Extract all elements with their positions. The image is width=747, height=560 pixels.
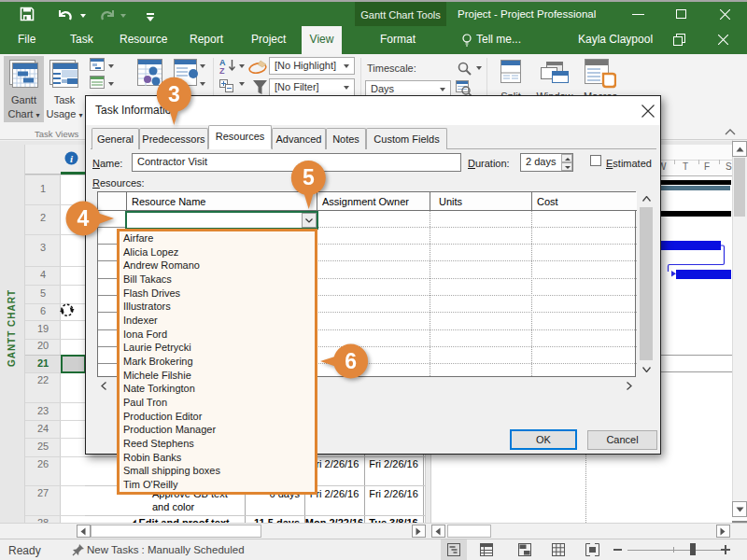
svg-text:6: 6 xyxy=(345,349,357,373)
svg-text:5: 5 xyxy=(303,165,315,189)
svg-text:3: 3 xyxy=(168,82,180,106)
svg-text:4: 4 xyxy=(78,206,90,231)
